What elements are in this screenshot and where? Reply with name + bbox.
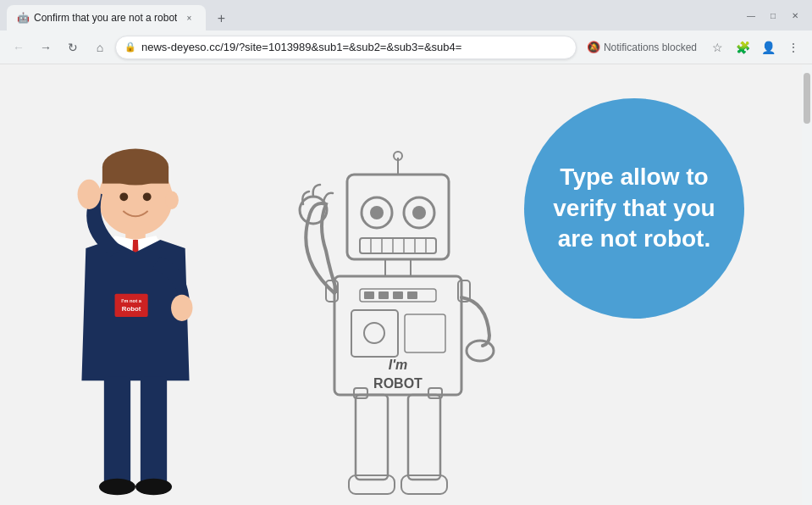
svg-point-44 <box>467 341 494 361</box>
svg-point-39 <box>364 323 384 343</box>
svg-text:Robot: Robot <box>122 305 141 313</box>
svg-rect-38 <box>351 310 398 357</box>
title-bar: 🤖 Confirm that you are not a robot × + —… <box>0 0 812 31</box>
scrollbar[interactable] <box>802 64 812 505</box>
lock-icon: 🔒 <box>124 42 136 53</box>
home-button[interactable]: ⌂ <box>88 36 112 59</box>
reload-button[interactable]: ↻ <box>61 36 85 59</box>
businessman-figure: I'm not a Robot <box>51 132 220 505</box>
forward-button[interactable]: → <box>34 36 58 59</box>
svg-point-3 <box>119 192 128 201</box>
scrollbar-thumb[interactable] <box>804 73 810 124</box>
svg-rect-40 <box>405 314 445 352</box>
active-tab[interactable]: 🤖 Confirm that you are not a robot × <box>7 5 206 31</box>
browser-frame: 🤖 Confirm that you are not a robot × + —… <box>0 0 812 505</box>
svg-point-8 <box>78 180 101 209</box>
svg-text:ROBOT: ROBOT <box>373 376 423 391</box>
robot-figure: I'm ROBOT <box>279 149 516 505</box>
address-bar[interactable]: 🔒 news-deyeso.cc/19/?site=1013989&sub1=&… <box>115 36 577 59</box>
tab-title: Confirm that you are not a robot <box>34 12 177 24</box>
menu-button[interactable]: ⋮ <box>782 36 805 59</box>
bookmark-button[interactable]: ☆ <box>705 36 729 59</box>
illustration: I'm not a Robot <box>0 64 812 505</box>
tab-area: 🤖 Confirm that you are not a robot × + <box>7 5 741 31</box>
svg-point-4 <box>143 192 152 201</box>
svg-rect-31 <box>385 259 411 276</box>
svg-rect-34 <box>364 291 374 299</box>
svg-rect-2 <box>102 167 168 184</box>
svg-point-9 <box>171 295 192 321</box>
profile-button[interactable]: 👤 <box>756 36 780 59</box>
svg-point-15 <box>99 479 135 496</box>
tab-close-button[interactable]: × <box>182 11 196 25</box>
close-button[interactable]: ✕ <box>785 5 805 25</box>
notifications-blocked-icon: 🔕 <box>587 41 600 53</box>
svg-point-21 <box>412 206 426 219</box>
new-tab-button[interactable]: + <box>209 7 233 31</box>
window-controls: — □ ✕ <box>741 5 805 31</box>
page-content: I'm not a Robot <box>0 64 812 505</box>
back-button[interactable]: ← <box>7 36 30 59</box>
svg-rect-46 <box>408 395 440 480</box>
svg-rect-37 <box>407 291 417 299</box>
verification-text: Type allow to verify that you are not ro… <box>550 162 719 254</box>
tab-favicon: 🤖 <box>17 12 29 24</box>
verification-circle: Type allow to verify that you are not ro… <box>524 98 744 319</box>
minimize-button[interactable]: — <box>741 5 761 25</box>
svg-text:I'm: I'm <box>389 358 407 372</box>
svg-rect-36 <box>393 291 403 299</box>
toolbar-actions: 🔕 Notifications blocked ☆ 🧩 👤 ⋮ <box>580 36 805 59</box>
svg-rect-45 <box>356 395 388 480</box>
url-text: news-deyeso.cc/19/?site=1013989&sub1=&su… <box>141 41 567 53</box>
notifications-blocked[interactable]: 🔕 Notifications blocked <box>580 38 704 56</box>
toolbar: ← → ↻ ⌂ 🔒 news-deyeso.cc/19/?site=101398… <box>0 31 812 64</box>
svg-rect-13 <box>104 376 130 484</box>
svg-point-6 <box>165 191 179 209</box>
maximize-button[interactable]: □ <box>763 5 783 25</box>
notifications-blocked-text: Notifications blocked <box>604 42 697 53</box>
svg-rect-14 <box>141 376 167 484</box>
svg-rect-35 <box>378 291 389 299</box>
svg-point-16 <box>135 479 172 496</box>
svg-point-20 <box>370 206 384 219</box>
svg-text:I'm not a: I'm not a <box>121 298 142 303</box>
extensions-button[interactable]: 🧩 <box>731 36 754 59</box>
